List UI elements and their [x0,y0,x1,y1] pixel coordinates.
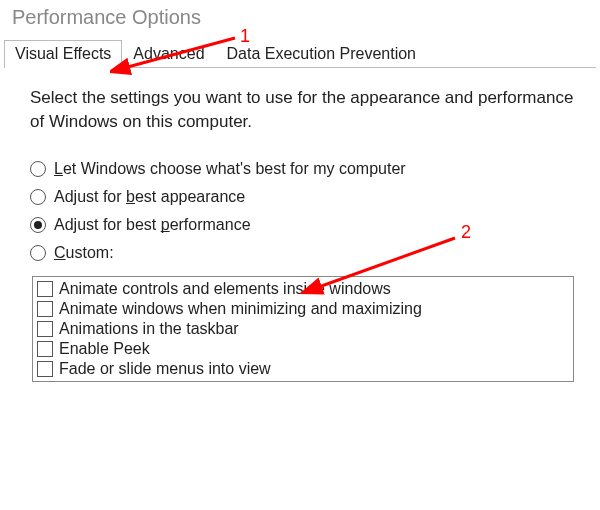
radio-group: Let Windows choose what's best for my co… [30,160,576,262]
radio-custom[interactable]: Custom: [30,244,576,262]
radio-label: Let Windows choose what's best for my co… [54,160,406,178]
tab-advanced[interactable]: Advanced [122,40,215,68]
list-item[interactable]: Animations in the taskbar [37,319,569,339]
radio-best-performance[interactable]: Adjust for best performance [30,216,576,234]
list-item-label: Animations in the taskbar [59,320,239,338]
radio-icon [30,217,46,233]
radio-let-windows-choose[interactable]: Let Windows choose what's best for my co… [30,160,576,178]
list-item-label: Animate windows when minimizing and maxi… [59,300,422,318]
list-item[interactable]: Enable Peek [37,339,569,359]
checkbox-icon[interactable] [37,281,53,297]
radio-label: Custom: [54,244,114,262]
checkbox-icon[interactable] [37,301,53,317]
checkbox-icon[interactable] [37,321,53,337]
list-item-label: Fade or slide menus into view [59,360,271,378]
checkbox-icon[interactable] [37,361,53,377]
annotation-label-2: 2 [461,222,471,243]
radio-icon [30,161,46,177]
radio-icon [30,245,46,261]
checkbox-icon[interactable] [37,341,53,357]
list-item-label: Animate controls and elements inside win… [59,280,391,298]
radio-label: Adjust for best appearance [54,188,245,206]
radio-label: Adjust for best performance [54,216,251,234]
tab-visual-effects[interactable]: Visual Effects [4,40,122,68]
tab-panel-visual-effects: Select the settings you want to use for … [0,68,600,382]
list-item[interactable]: Animate windows when minimizing and maxi… [37,299,569,319]
radio-icon [30,189,46,205]
list-item[interactable]: Fade or slide menus into view [37,359,569,379]
list-item[interactable]: Animate controls and elements inside win… [37,279,569,299]
annotation-label-1: 1 [240,26,250,47]
window-title: Performance Options [0,0,600,39]
effects-listbox[interactable]: Animate controls and elements inside win… [32,276,574,382]
list-item-label: Enable Peek [59,340,150,358]
description-text: Select the settings you want to use for … [30,86,576,134]
tab-strip: Visual Effects Advanced Data Execution P… [4,39,596,68]
radio-best-appearance[interactable]: Adjust for best appearance [30,188,576,206]
